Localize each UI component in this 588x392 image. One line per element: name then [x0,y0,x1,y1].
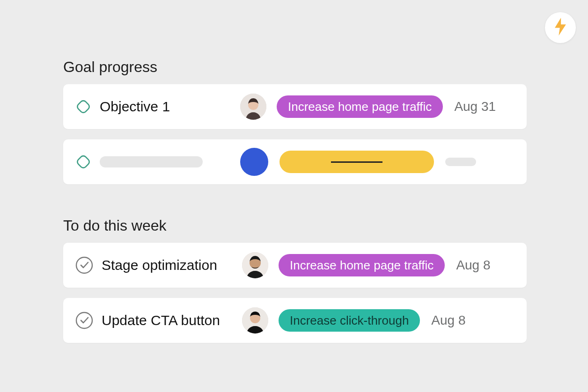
lightning-icon [553,18,567,37]
section-todo: To do this week Stage optimization Incre… [63,217,527,343]
task-row[interactable]: Update CTA button Increase click-through… [63,298,527,343]
svg-rect-3 [76,154,90,169]
placeholder-tag [279,151,434,173]
section-title-goals: Goal progress [63,58,527,76]
task-title: Stage optimization [102,257,242,273]
assignee-avatar[interactable] [240,94,266,120]
goal-title: Objective 1 [100,99,240,115]
placeholder-tag-line [331,161,382,163]
assignee-avatar[interactable] [242,252,268,278]
section-goal-progress: Goal progress Objective 1 Increase home … [63,58,527,184]
goal-diamond-icon [75,99,91,115]
task-row[interactable]: Stage optimization Increase home page tr… [63,243,527,288]
goal-due-date: Aug 31 [454,99,496,114]
goal-diamond-icon [75,154,91,170]
dashboard-content: Goal progress Objective 1 Increase home … [63,58,527,353]
placeholder-date [445,158,476,166]
task-check-icon[interactable] [75,312,93,329]
assignee-avatar[interactable] [242,307,268,334]
goal-row[interactable]: Objective 1 Increase home page traffic A… [63,84,527,129]
task-tag[interactable]: Increase click-through [279,309,420,332]
svg-rect-0 [76,99,90,114]
placeholder-avatar [240,148,268,176]
svg-point-7 [76,312,92,328]
lightning-action-button[interactable] [545,12,576,43]
task-tag[interactable]: Increase home page traffic [279,254,445,276]
task-title: Update CTA button [102,312,242,328]
section-title-todo: To do this week [63,217,527,234]
task-check-icon[interactable] [75,256,93,274]
svg-point-4 [76,257,92,273]
task-due-date: Aug 8 [431,313,465,328]
goal-row-placeholder[interactable] [63,139,527,184]
placeholder-title [100,156,203,167]
goal-tag[interactable]: Increase home page traffic [277,95,443,118]
task-due-date: Aug 8 [456,258,490,273]
